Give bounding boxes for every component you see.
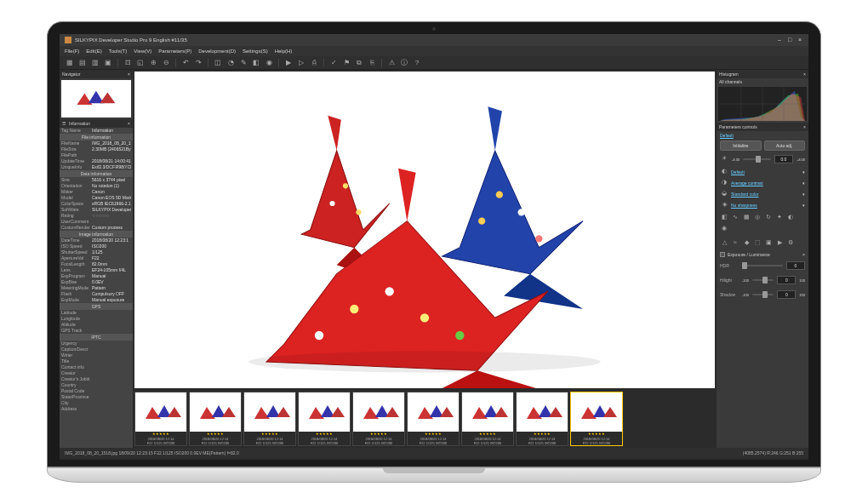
highlight-icon[interactable]: △ xyxy=(720,239,728,248)
svg-point-9 xyxy=(350,305,358,313)
close-button[interactable]: × xyxy=(797,37,803,43)
help-icon[interactable]: ? xyxy=(412,58,422,68)
settings-icon[interactable]: ⚙ xyxy=(786,239,795,248)
thumbnail[interactable]: ★★★★★2018/08/20 12:14F22 1/125 ISO200 xyxy=(298,392,351,446)
left-panel: Navigator × ☰ Information × Tag NameInfo… xyxy=(60,70,133,448)
default-link[interactable]: Default xyxy=(720,133,805,138)
row-iso: ISO SpeedISO200 xyxy=(60,243,133,249)
menu-edit[interactable]: Edit(E) xyxy=(86,49,101,54)
partial-icon[interactable]: ⬚ xyxy=(753,239,762,248)
info-tab-icon[interactable]: ☰ xyxy=(62,121,66,126)
zoomout-icon[interactable]: ⊖ xyxy=(161,58,171,68)
zoomin-icon[interactable]: ⊕ xyxy=(148,58,158,68)
thumbnail[interactable]: ★★★★★2018/08/20 12:14F22 1/125 ISO200 xyxy=(352,392,405,446)
zoom100-icon[interactable]: ◱ xyxy=(135,58,146,68)
menu-settings[interactable]: Settings(S) xyxy=(243,49,268,54)
crop2-icon[interactable]: ▣ xyxy=(764,239,773,248)
filmstrip[interactable]: ★★★★★2018/08/20 12:14F22 1/125 ISO200★★★… xyxy=(133,390,717,448)
maximize-button[interactable]: □ xyxy=(786,37,793,43)
navigator-thumbnail[interactable] xyxy=(61,80,131,117)
params-close[interactable]: × xyxy=(803,124,806,129)
initialize-button[interactable]: Initialize xyxy=(720,140,762,151)
shadow-slider[interactable]: Shadow -100 0 100 xyxy=(720,289,805,301)
preview-image[interactable] xyxy=(134,72,715,388)
channels-dropdown[interactable]: All channels xyxy=(717,78,808,85)
rotate-icon[interactable]: ↻ xyxy=(764,214,773,222)
grid-icon[interactable]: ▤ xyxy=(77,58,88,68)
flag-icon[interactable]: ⚑ xyxy=(341,58,351,68)
exp-lum-section[interactable]: Exposure / Luminance × xyxy=(720,252,805,257)
sharp-link[interactable]: No sharpness xyxy=(731,203,757,208)
brush-icon[interactable]: ✎ xyxy=(238,58,248,68)
hsl-icon[interactable]: ◉ xyxy=(720,225,728,233)
color-link[interactable]: Standard color xyxy=(731,192,759,197)
curve-icon[interactable]: ∿ xyxy=(731,214,740,222)
row-flash: FlashCompulsory OFF xyxy=(60,291,133,297)
batch-icon[interactable]: ▷ xyxy=(296,58,306,68)
autoadj-button[interactable]: Auto adj. xyxy=(764,140,806,151)
row-urgency: Urgency xyxy=(60,341,133,346)
hdr-slider[interactable]: HDR 0 xyxy=(720,260,805,272)
thumbnail[interactable]: ★★★★★2018/08/20 12:14F22 1/125 ISO200 xyxy=(134,392,187,446)
status-right: (4085,2574) R:246 G:251 B:255 xyxy=(743,450,803,455)
hilight-slider[interactable]: Hilight -100 0 100 xyxy=(720,274,805,286)
menu-view[interactable]: View(V) xyxy=(134,49,151,54)
info-tab-label[interactable]: Information xyxy=(69,121,90,126)
copy-icon[interactable]: ⧉ xyxy=(354,58,364,68)
browse-icon[interactable]: ▦ xyxy=(65,58,75,68)
compare-icon[interactable]: ▥ xyxy=(90,58,100,68)
nav-title: Navigator xyxy=(62,72,80,77)
chevron-down-icon[interactable]: ▾ xyxy=(802,169,805,175)
app-icon xyxy=(65,37,71,43)
mark-icon[interactable]: ✓ xyxy=(328,58,339,68)
develop2-icon[interactable]: ▶ xyxy=(775,239,784,248)
warn-icon[interactable]: ⚠ xyxy=(386,58,397,68)
thumbnail[interactable]: ★★★★★2018/08/20 12:14F22 1/125 ISO200 xyxy=(461,392,514,446)
row-maker: MakerCanon xyxy=(60,189,133,195)
thumbnail[interactable]: ★★★★★2018/08/20 12:14F22 1/125 ISO200 xyxy=(407,392,460,446)
finecolor-icon[interactable]: ◆ xyxy=(742,239,751,248)
contrast-link[interactable]: Average contrast xyxy=(731,180,763,186)
spot-icon[interactable]: ◔ xyxy=(226,58,236,68)
tone-icon[interactable]: ◧ xyxy=(720,214,728,222)
fit-icon[interactable]: ⊡ xyxy=(123,58,133,68)
rotate-left-icon[interactable]: ↶ xyxy=(180,58,191,68)
menu-tools[interactable]: Tools(T) xyxy=(109,49,128,54)
effect-icon[interactable]: ✦ xyxy=(775,214,784,222)
menu-parameters[interactable]: Parameters(P) xyxy=(158,49,191,54)
wb-link[interactable]: Default xyxy=(731,169,745,175)
row-title: Title xyxy=(60,358,133,364)
row-address: Address xyxy=(60,406,133,412)
menu-file[interactable]: File(F) xyxy=(65,49,79,54)
thumbnail[interactable]: ★★★★★2018/08/20 12:14F22 1/125 ISO200 xyxy=(570,392,623,446)
exposure-slider[interactable]: ☀ -3.00 0.0 +3.00 xyxy=(720,153,805,165)
row-updatetime: UpdateTime2018/08/21 14:00:41 xyxy=(60,158,133,164)
thumbnail[interactable]: ★★★★★2018/08/20 12:14F22 1/125 ISO200 xyxy=(243,392,296,446)
lens-icon[interactable]: ◎ xyxy=(753,214,762,222)
eraser-icon[interactable]: ◧ xyxy=(251,58,261,68)
dehaze-icon[interactable]: ≈ xyxy=(731,239,740,248)
info-tabs-close[interactable]: × xyxy=(128,121,130,126)
exp-lum-check[interactable] xyxy=(720,252,725,257)
crop-icon[interactable]: ◫ xyxy=(213,58,223,68)
menu-development[interactable]: Development(D) xyxy=(198,49,236,54)
minimize-button[interactable]: – xyxy=(776,37,783,43)
histo-title: Histogram xyxy=(719,72,739,77)
print-icon[interactable]: ⎙ xyxy=(309,58,319,68)
thumbnail[interactable]: ★★★★★2018/08/20 12:14F22 1/125 ISO200 xyxy=(516,392,568,446)
exposure-value[interactable]: 0.0 xyxy=(774,155,793,163)
histo-close[interactable]: × xyxy=(803,72,806,77)
nav-close-icon[interactable]: × xyxy=(128,72,130,77)
redeye-icon[interactable]: ◉ xyxy=(264,58,274,68)
monochrome-icon[interactable]: ◐ xyxy=(786,214,795,222)
thumbnail[interactable]: ★★★★★2018/08/20 12:14F22 1/125 ISO200 xyxy=(189,392,242,446)
info-icon[interactable]: ⓘ xyxy=(399,58,409,68)
menu-help[interactable]: Help(H) xyxy=(275,49,293,54)
rotate-right-icon[interactable]: ↷ xyxy=(193,58,203,68)
develop-icon[interactable]: ▶ xyxy=(283,58,294,68)
paste-icon[interactable]: ⎘ xyxy=(367,58,377,68)
preview-icon[interactable]: ▣ xyxy=(103,58,113,68)
nr-icon[interactable]: ▦ xyxy=(742,214,751,222)
histogram-header: Histogram × xyxy=(717,70,808,78)
row-contact: Contact info xyxy=(60,364,133,370)
